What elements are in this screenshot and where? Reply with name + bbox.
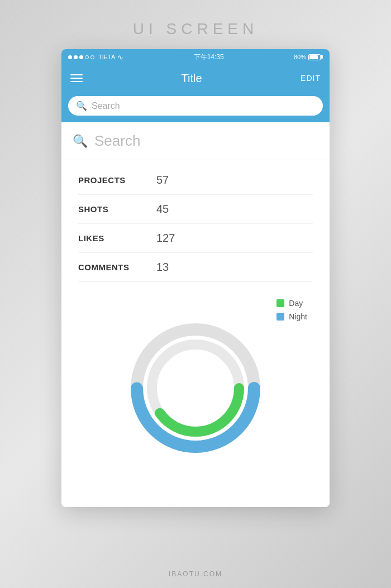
search-icon-large: 🔍: [73, 134, 88, 149]
stat-label-shots: SHOTS: [78, 204, 156, 214]
dot2: [74, 55, 78, 59]
footer-watermark: IBAOTU.COM: [169, 570, 222, 578]
stat-label-comments: COMMENTS: [78, 262, 156, 272]
search-row-large[interactable]: 🔍 Search: [61, 122, 330, 160]
hamburger-icon[interactable]: [70, 74, 83, 82]
legend-item-day: Day: [276, 299, 307, 308]
dot1: [68, 55, 72, 59]
donut-chart-container: [78, 310, 313, 477]
legend-label-day: Day: [289, 299, 303, 308]
dot5: [90, 55, 94, 59]
battery-area: 80%: [294, 54, 323, 60]
time-display: 下午14:35: [194, 52, 224, 62]
stat-row-comments: COMMENTS 13: [78, 253, 313, 282]
search-placeholder-nav: Search: [92, 101, 120, 111]
stat-value-likes: 127: [156, 232, 175, 245]
carrier-label: TIETA: [98, 54, 115, 60]
nav-title: Title: [182, 72, 202, 85]
phone-frame: TIETA ∿ 下午14:35 80% Title EDIT 🔍 Search: [61, 49, 330, 507]
legend-item-night: Night: [276, 312, 307, 321]
page-title: UI SCREEN: [133, 20, 258, 38]
stat-value-comments: 13: [156, 261, 169, 274]
stat-row-shots: SHOTS 45: [78, 195, 313, 224]
status-bar: TIETA ∿ 下午14:35 80%: [61, 49, 330, 65]
legend-area: Day Night: [276, 299, 307, 321]
battery-fill: [309, 55, 318, 59]
legend-color-day: [276, 299, 284, 307]
search-bar[interactable]: 🔍 Search: [68, 96, 323, 116]
search-icon-nav: 🔍: [76, 101, 87, 111]
search-text-large: Search: [94, 132, 140, 150]
hamburger-line-3: [70, 81, 83, 82]
dot4: [85, 55, 89, 59]
stat-label-likes: LIKES: [78, 233, 156, 243]
battery-icon: [308, 54, 323, 60]
battery-tip: [321, 55, 323, 59]
edit-button[interactable]: EDIT: [301, 74, 321, 83]
battery-percentage: 80%: [294, 54, 306, 60]
stats-section: PROJECTS 57 SHOTS 45 LIKES 127 COMMENTS …: [61, 160, 330, 288]
status-left: TIETA ∿: [68, 53, 123, 61]
hamburger-line-2: [70, 78, 83, 79]
stat-row-projects: PROJECTS 57: [78, 166, 313, 195]
legend-color-night: [276, 313, 284, 321]
legend-label-night: Night: [289, 312, 307, 321]
search-bar-container: 🔍 Search: [61, 92, 330, 122]
stat-row-likes: LIKES 127: [78, 224, 313, 253]
wifi-icon: ∿: [117, 53, 123, 61]
status-dots: [68, 55, 94, 59]
stat-label-projects: PROJECTS: [78, 175, 156, 185]
donut-chart-svg: [123, 315, 268, 461]
content-area: 🔍 Search PROJECTS 57 SHOTS 45 LIKES 127 …: [61, 122, 330, 507]
hamburger-line-1: [70, 74, 83, 75]
chart-section: Day Night: [61, 288, 330, 489]
stat-value-projects: 57: [156, 174, 169, 187]
battery-body: [308, 54, 321, 60]
dot3: [79, 55, 83, 59]
nav-bar: Title EDIT: [61, 65, 330, 92]
stat-value-shots: 45: [156, 203, 169, 216]
